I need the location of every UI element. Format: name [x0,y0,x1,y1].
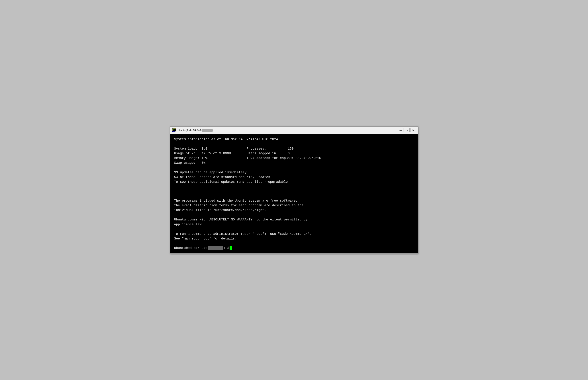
terminal-line-empty-6 [174,212,414,217]
terminal-line-warranty1: Ubuntu comes with ABSOLUTELY NO WARRANTY… [174,217,414,222]
terminal-line-empty-4 [174,189,414,194]
terminal-line-programs2: the exact distribution terms for each pr… [174,203,414,208]
terminal-line-empty-3 [174,184,414,189]
terminal-line-programs1: The programs included with the Ubuntu sy… [174,198,414,203]
terminal-line-empty-7 [174,227,414,231]
svg-rect-6 [174,132,175,132]
window-title: ubuntu@ed-c16-240- : ~ [178,129,216,132]
terminal-line-sudo2: See "man sudo_root" for details. [174,236,414,241]
terminal-app-icon: C:\ [172,128,176,132]
terminal-line-swap: Swap usage: 0% [174,160,414,165]
terminal-line-empty-8 [174,241,414,246]
terminal-line-sysinfo: System information as of Thu Mar 14 07:4… [174,137,414,142]
minimize-button[interactable]: — [398,128,404,132]
terminal-line-memory: Memory usage: 10% IPv4 address for enp3s… [174,156,414,160]
terminal-line-usage: Usage of /: 42.3% of 3.80GB Users logged… [174,151,414,156]
terminal-line-sudo1: To run a command as administrator (user … [174,231,414,236]
titlebar-controls: — □ ✕ [398,128,416,132]
close-button[interactable]: ✕ [410,128,416,132]
terminal-line-programs3: individual files in /usr/share/doc/*/cop… [174,208,414,212]
terminal-line-updates2: 54 of these updates are standard securit… [174,175,414,179]
terminal-body[interactable]: System information as of Thu Mar 14 07:4… [170,134,418,253]
terminal-line-warranty2: applicable law. [174,222,414,227]
terminal-line-updates1: 93 updates can be applied immediately. [174,170,414,175]
prompt-suffix: :~$ [223,246,229,250]
svg-rect-5 [173,132,174,132]
svg-text:C:\: C:\ [173,129,175,131]
terminal-line-empty-1 [174,142,414,146]
terminal-line-empty-5 [174,194,414,198]
prompt-username: ubuntu@ed-c16-240 [174,246,207,250]
terminal-line-updates3: To see these additional updates run: apt… [174,179,414,184]
titlebar: C:\ ubuntu@ed-c16-240- : ~ — □ ✕ [170,127,418,134]
terminal-cursor [230,246,232,250]
prompt-hostname-blurred [208,247,223,250]
terminal-window: C:\ ubuntu@ed-c16-240- : ~ — □ ✕ System … [170,126,418,254]
maximize-button[interactable]: □ [404,128,410,132]
terminal-line-empty-2 [174,165,414,170]
titlebar-left: C:\ ubuntu@ed-c16-240- : ~ [172,128,216,132]
terminal-prompt-line: ubuntu@ed-c16-240 :~$ [174,246,414,250]
terminal-line-sysload: System load: 0.0 Processes: 150 [174,146,414,151]
